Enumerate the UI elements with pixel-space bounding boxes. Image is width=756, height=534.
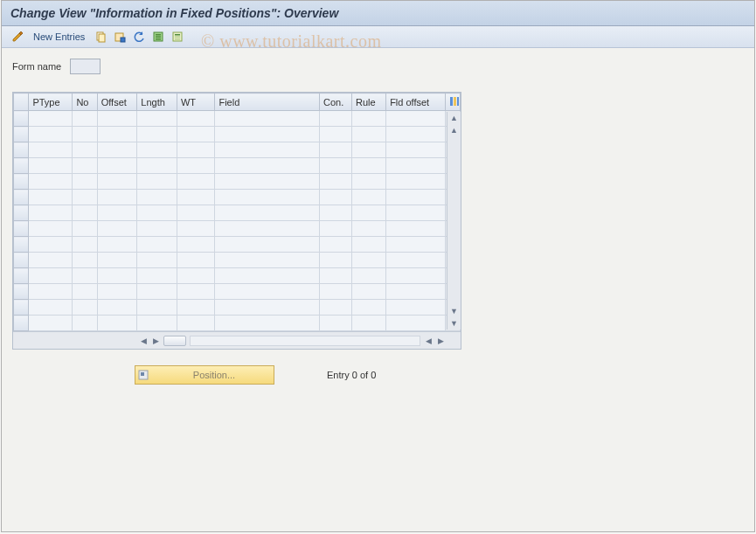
toggle-display-change-icon[interactable] xyxy=(10,30,24,44)
table-cell[interactable] xyxy=(352,127,386,142)
table-cell[interactable] xyxy=(29,174,73,190)
table-cell[interactable] xyxy=(137,237,177,253)
table-cell[interactable] xyxy=(320,127,352,142)
table-cell[interactable] xyxy=(73,253,97,268)
table-cell[interactable] xyxy=(97,111,137,127)
col-lngth[interactable]: Lngth xyxy=(137,94,177,111)
table-cell[interactable] xyxy=(97,253,137,268)
table-cell[interactable] xyxy=(215,316,320,331)
scroll-up-icon[interactable]: ▲ xyxy=(448,112,461,124)
table-cell[interactable] xyxy=(386,174,445,190)
form-name-input[interactable] xyxy=(70,59,101,74)
table-cell[interactable] xyxy=(215,221,320,237)
table-cell[interactable] xyxy=(352,316,386,331)
scroll-up2-icon[interactable]: ▲ xyxy=(448,124,461,136)
table-cell[interactable] xyxy=(137,158,177,174)
table-cell[interactable] xyxy=(320,300,352,316)
row-selector[interactable] xyxy=(14,284,29,300)
table-cell[interactable] xyxy=(177,127,214,142)
table-cell[interactable] xyxy=(137,253,177,268)
table-cell[interactable] xyxy=(386,142,445,158)
table-cell[interactable] xyxy=(352,268,386,284)
table-cell[interactable] xyxy=(177,190,214,205)
table-cell[interactable] xyxy=(97,221,137,237)
delete-icon[interactable] xyxy=(113,30,127,44)
undo-change-icon[interactable] xyxy=(132,30,146,44)
table-cell[interactable] xyxy=(386,190,445,205)
table-cell[interactable] xyxy=(97,190,137,205)
row-selector[interactable] xyxy=(14,253,29,268)
table-cell[interactable] xyxy=(386,284,445,300)
table-cell[interactable] xyxy=(320,221,352,237)
scroll-down-icon[interactable]: ▼ xyxy=(448,317,461,329)
table-cell[interactable] xyxy=(137,316,177,331)
table-cell[interactable] xyxy=(352,158,386,174)
table-cell[interactable] xyxy=(29,300,73,316)
table-cell[interactable] xyxy=(386,221,445,237)
table-cell[interactable] xyxy=(73,316,97,331)
table-cell[interactable] xyxy=(215,127,320,142)
table-cell[interactable] xyxy=(177,316,214,331)
table-cell[interactable] xyxy=(73,205,97,221)
table-cell[interactable] xyxy=(29,221,73,237)
table-cell[interactable] xyxy=(97,158,137,174)
row-selector[interactable] xyxy=(14,142,29,158)
table-cell[interactable] xyxy=(386,237,445,253)
table-cell[interactable] xyxy=(320,174,352,190)
table-cell[interactable] xyxy=(215,268,320,284)
row-selector[interactable] xyxy=(14,268,29,284)
scroll-down2-icon[interactable]: ▼ xyxy=(448,305,461,317)
col-field[interactable]: Field xyxy=(215,94,320,111)
table-cell[interactable] xyxy=(97,127,137,142)
row-selector-header[interactable] xyxy=(14,94,29,111)
table-cell[interactable] xyxy=(137,205,177,221)
row-selector[interactable] xyxy=(14,221,29,237)
table-cell[interactable] xyxy=(73,142,97,158)
col-ptype[interactable]: PType xyxy=(29,94,73,111)
row-selector[interactable] xyxy=(14,158,29,174)
row-selector[interactable] xyxy=(14,237,29,253)
table-cell[interactable] xyxy=(29,127,73,142)
table-cell[interactable] xyxy=(215,300,320,316)
table-cell[interactable] xyxy=(73,284,97,300)
table-cell[interactable] xyxy=(215,205,320,221)
table-cell[interactable] xyxy=(73,221,97,237)
scroll-right-last-icon[interactable]: ▶ xyxy=(434,335,447,347)
scroll-left-first-icon[interactable]: ◀ xyxy=(137,335,149,347)
table-cell[interactable] xyxy=(352,221,386,237)
table-cell[interactable] xyxy=(97,174,137,190)
table-cell[interactable] xyxy=(29,158,73,174)
table-cell[interactable] xyxy=(177,111,214,127)
table-cell[interactable] xyxy=(73,174,97,190)
table-cell[interactable] xyxy=(215,253,320,268)
col-rule[interactable]: Rule xyxy=(352,94,386,111)
table-cell[interactable] xyxy=(137,221,177,237)
select-all-icon[interactable] xyxy=(151,30,165,44)
table-cell[interactable] xyxy=(386,158,445,174)
table-cell[interactable] xyxy=(137,111,177,127)
table-cell[interactable] xyxy=(29,142,73,158)
table-cell[interactable] xyxy=(352,253,386,268)
table-cell[interactable] xyxy=(320,158,352,174)
table-cell[interactable] xyxy=(29,284,73,300)
row-selector[interactable] xyxy=(14,174,29,190)
col-con[interactable]: Con. xyxy=(320,94,352,111)
scroll-thumb[interactable] xyxy=(163,336,186,346)
table-cell[interactable] xyxy=(137,127,177,142)
table-cell[interactable] xyxy=(29,316,73,331)
table-cell[interactable] xyxy=(177,237,214,253)
table-cell[interactable] xyxy=(215,237,320,253)
table-cell[interactable] xyxy=(386,205,445,221)
table-cell[interactable] xyxy=(177,205,214,221)
table-cell[interactable] xyxy=(352,111,386,127)
table-cell[interactable] xyxy=(73,190,97,205)
scroll-left-icon[interactable]: ▶ xyxy=(149,335,162,347)
table-cell[interactable] xyxy=(320,316,352,331)
table-cell[interactable] xyxy=(29,190,73,205)
select-block-icon[interactable] xyxy=(170,30,184,44)
table-cell[interactable] xyxy=(97,284,137,300)
row-selector[interactable] xyxy=(14,127,29,142)
col-offset[interactable]: Offset xyxy=(97,94,137,111)
table-cell[interactable] xyxy=(215,158,320,174)
table-cell[interactable] xyxy=(29,111,73,127)
